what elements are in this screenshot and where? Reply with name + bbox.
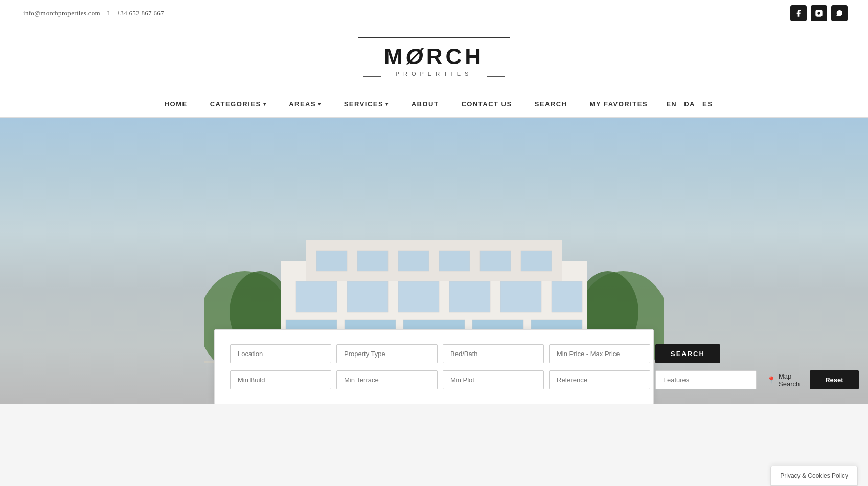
lang-da[interactable]: DA (682, 97, 697, 111)
search-button[interactable]: SEARCH (655, 344, 720, 363)
lang-es[interactable]: ES (700, 97, 715, 111)
bed-bath-input[interactable] (443, 344, 544, 363)
nav-home[interactable]: HOME (153, 97, 199, 111)
nav-favorites[interactable]: MY FAVORITES (579, 97, 659, 111)
lang-en[interactable]: EN (664, 97, 679, 111)
nav-search[interactable]: SEARCH (523, 97, 579, 111)
instagram-icon[interactable] (811, 5, 827, 21)
cookie-label: Privacy & Cookies Policy (780, 472, 848, 479)
separator: I (107, 9, 110, 17)
nav-categories[interactable]: CATEGORIES ▾ (199, 97, 278, 111)
top-bar: info@morchproperties.com I +34 652 867 6… (0, 0, 868, 27)
hero-section: SEARCH 📍 Map Search Reset (0, 118, 868, 404)
categories-arrow: ▾ (263, 101, 267, 107)
map-search-label: Map Search (779, 372, 800, 388)
logo-area: MØRCH PROPERTIES (0, 27, 868, 91)
nav-about[interactable]: ABOUT (400, 97, 450, 111)
nav-services[interactable]: SERVICES ▾ (333, 97, 400, 111)
logo-line-right (487, 76, 505, 77)
cookie-bar[interactable]: Privacy & Cookies Policy (770, 466, 858, 486)
logo-subtitle: PROPERTIES (384, 71, 484, 77)
svg-rect-18 (500, 281, 541, 312)
svg-rect-8 (316, 251, 347, 271)
min-build-input[interactable] (230, 370, 331, 389)
features-input[interactable] (655, 370, 757, 389)
svg-rect-13 (521, 251, 552, 271)
logo-box[interactable]: MØRCH PROPERTIES (358, 37, 510, 83)
min-terrace-input[interactable] (336, 370, 438, 389)
location-input[interactable] (230, 344, 331, 363)
areas-arrow: ▾ (318, 101, 322, 107)
logo-line-left (363, 76, 381, 77)
logo-title: MØRCH (384, 44, 484, 70)
language-selector: EN DA ES (664, 97, 715, 111)
whatsapp-icon[interactable] (831, 5, 848, 21)
search-row-2: 📍 Map Search Reset (230, 370, 638, 389)
search-panel: SEARCH 📍 Map Search Reset (214, 329, 654, 404)
svg-rect-16 (398, 281, 439, 312)
svg-rect-17 (449, 281, 490, 312)
map-search-button[interactable]: 📍 Map Search (767, 372, 800, 388)
facebook-icon[interactable] (790, 5, 807, 21)
nav-contact[interactable]: CONTACT US (450, 97, 523, 111)
property-type-input[interactable] (336, 344, 438, 363)
reference-input[interactable] (549, 370, 650, 389)
below-hero (0, 404, 868, 486)
price-input[interactable] (549, 344, 650, 363)
navbar: HOME CATEGORIES ▾ AREAS ▾ SERVICES ▾ ABO… (0, 91, 868, 118)
svg-rect-10 (398, 251, 429, 271)
svg-rect-11 (439, 251, 470, 271)
services-arrow: ▾ (385, 101, 389, 107)
reset-button[interactable]: Reset (810, 370, 858, 389)
svg-rect-12 (480, 251, 511, 271)
nav-areas[interactable]: AREAS ▾ (278, 97, 333, 111)
contact-info: info@morchproperties.com I +34 652 867 6… (20, 9, 167, 17)
svg-rect-15 (347, 281, 388, 312)
svg-rect-14 (296, 281, 337, 312)
phone: +34 652 867 667 (117, 9, 164, 17)
search-row-1: SEARCH (230, 344, 638, 363)
min-plot-input[interactable] (443, 370, 544, 389)
map-pin-icon: 📍 (767, 376, 775, 384)
svg-rect-19 (552, 281, 582, 312)
email: info@morchproperties.com (23, 9, 100, 17)
svg-rect-9 (357, 251, 388, 271)
social-icons (790, 5, 848, 21)
